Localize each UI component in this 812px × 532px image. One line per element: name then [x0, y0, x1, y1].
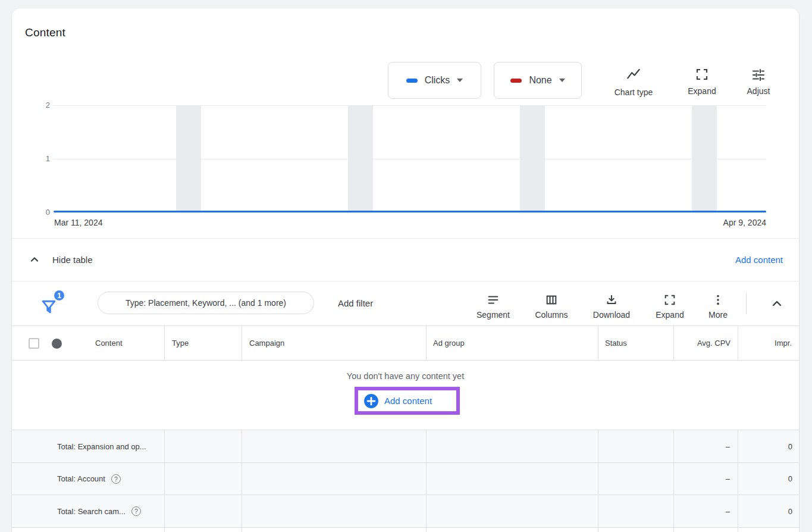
column-divider: [242, 326, 242, 360]
hide-table-label: Hide table: [52, 255, 93, 265]
divider: [12, 238, 799, 239]
column-divider: [738, 495, 738, 527]
sliders-icon: [751, 67, 766, 82]
caret-down-icon: [457, 79, 463, 82]
column-divider: [673, 326, 674, 360]
column-header-type[interactable]: Type: [172, 326, 189, 360]
chart-type-button[interactable]: Chart type: [607, 67, 660, 97]
clicks-series-color-dash: [406, 79, 418, 83]
metric-label: Clicks: [425, 75, 450, 86]
column-divider: [598, 495, 598, 527]
column-divider: [164, 528, 165, 532]
content-card: Content Clicks None Chart type Expand: [12, 8, 799, 532]
empty-state-row: You don't have any content yet Add conte…: [12, 361, 799, 430]
total-label-text: Total: Account: [57, 474, 105, 483]
segment-button[interactable]: Segment: [464, 281, 522, 326]
column-divider: [673, 463, 674, 495]
column-divider: [598, 528, 598, 532]
caret-down-icon: [559, 79, 565, 82]
download-button[interactable]: Download: [581, 281, 642, 326]
chevron-up-icon: [29, 254, 40, 265]
total-row-expansion: Total: Expansion and op... – 0: [12, 430, 799, 462]
column-divider: [738, 463, 738, 495]
expand-table-button[interactable]: Expand: [642, 281, 697, 326]
filter-funnel-button[interactable]: 1: [40, 290, 64, 315]
column-divider: [426, 430, 427, 462]
more-button[interactable]: More: [697, 281, 739, 326]
adjust-button[interactable]: Adjust: [732, 67, 785, 96]
expand-icon: [695, 67, 709, 82]
gridline-1: [54, 159, 766, 159]
column-header-campaign[interactable]: Campaign: [249, 326, 284, 360]
add-content-button[interactable]: Add content: [355, 387, 460, 415]
column-divider: [426, 495, 427, 527]
column-header-avg-cpv[interactable]: Avg. CPV: [673, 326, 738, 360]
plus-circle-icon: [363, 393, 379, 409]
gridline-2: [54, 105, 766, 106]
column-divider: [242, 463, 242, 495]
help-icon[interactable]: ?: [111, 474, 121, 484]
page-title: Content: [25, 26, 65, 39]
x-axis-end-label: Apr 9, 2024: [723, 218, 766, 227]
status-dot-column-header: [52, 339, 62, 349]
column-divider: [242, 528, 242, 532]
column-divider: [738, 430, 738, 462]
y-axis-tick: 2: [32, 101, 50, 110]
impr-value: 0: [738, 463, 799, 495]
column-header-status[interactable]: Status: [605, 326, 627, 360]
column-divider: [242, 495, 242, 527]
y-axis-tick: 1: [32, 154, 50, 164]
column-divider: [242, 430, 242, 462]
column-divider: [738, 326, 738, 360]
add-content-link[interactable]: Add content: [735, 238, 783, 281]
avg-cpv-value: –: [673, 430, 738, 462]
column-divider: [673, 528, 674, 532]
column-divider: [598, 430, 598, 462]
gridline-0: [54, 212, 766, 213]
column-divider: [598, 463, 598, 495]
total-row-label: Total: Search cam... ?: [57, 495, 141, 527]
column-divider: [673, 430, 674, 462]
column-divider: [426, 463, 427, 495]
download-label: Download: [593, 310, 630, 320]
help-icon[interactable]: ?: [131, 506, 141, 516]
toolbar-divider: [746, 293, 747, 314]
hide-table-toggle[interactable]: Hide table: [29, 238, 93, 281]
expand-label: Expand: [688, 86, 716, 96]
expand-label: Expand: [656, 310, 684, 320]
column-divider: [673, 495, 674, 527]
column-divider: [598, 326, 598, 360]
column-header-content[interactable]: Content: [95, 326, 123, 360]
active-filter-chip[interactable]: Type: Placement, Keyword, ... (and 1 mor…: [98, 292, 314, 314]
add-filter-button[interactable]: Add filter: [338, 281, 373, 326]
segment-label: Segment: [476, 310, 510, 320]
columns-button[interactable]: Columns: [522, 281, 581, 326]
column-divider: [164, 430, 165, 462]
impr-value: 0: [738, 495, 799, 527]
column-header-impr[interactable]: Impr.: [738, 326, 799, 360]
collapse-table-button[interactable]: [769, 295, 785, 312]
column-divider: [426, 326, 427, 360]
total-row-account: Total: Account ? – 0: [12, 462, 799, 495]
expand-chart-button[interactable]: Expand: [675, 67, 729, 96]
columns-icon: [545, 293, 558, 306]
content-page: Content Clicks None Chart type Expand: [0, 0, 812, 532]
column-divider: [738, 528, 738, 532]
y-axis-tick: 0: [32, 208, 50, 217]
chart-type-label: Chart type: [615, 87, 653, 97]
select-all-checkbox[interactable]: [29, 338, 39, 349]
column-header-ad-group[interactable]: Ad group: [433, 326, 465, 360]
line-chart-icon: [626, 67, 641, 83]
table-toolbar: Segment Columns Download Expand: [464, 281, 739, 326]
total-row-label: Total: Expansion and op...: [57, 430, 146, 462]
avg-cpv-value: –: [673, 463, 738, 495]
x-axis-start-label: Mar 11, 2024: [54, 218, 102, 227]
none-series-color-dash: [510, 79, 522, 83]
more-label: More: [708, 310, 728, 320]
segment-icon: [487, 293, 500, 306]
total-row-search-campaigns: Total: Search cam... ? – 0: [12, 495, 799, 527]
metric-selector-clicks[interactable]: Clicks: [388, 62, 481, 99]
columns-label: Columns: [535, 310, 568, 320]
metric-selector-none[interactable]: None: [494, 62, 582, 99]
column-divider: [164, 326, 165, 360]
